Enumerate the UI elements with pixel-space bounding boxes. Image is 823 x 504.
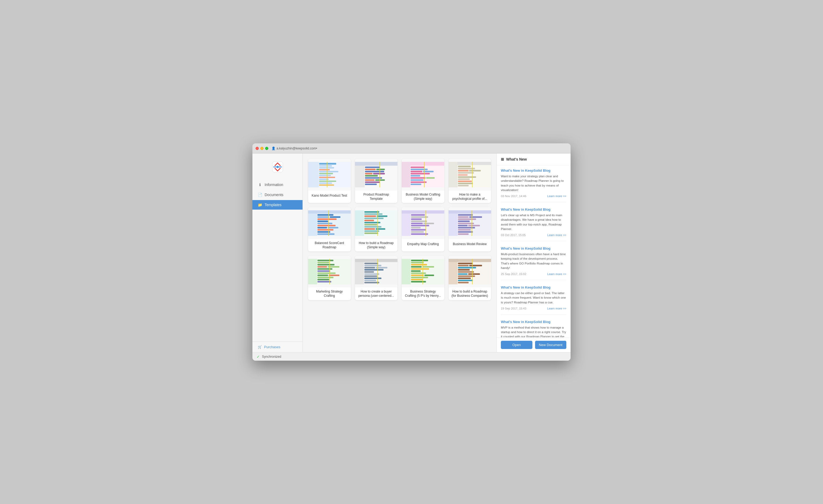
news-date-2: 03 Oct 2017, 15:05 xyxy=(501,233,526,237)
svg-rect-130 xyxy=(317,262,329,263)
svg-rect-70 xyxy=(317,219,336,220)
svg-rect-47 xyxy=(411,184,421,185)
news-footer-4: 19 Sep 2017, 15:43 Learn more >> xyxy=(501,307,566,310)
svg-rect-60 xyxy=(458,181,472,182)
template-card-4[interactable]: How to make a psychological profile of..… xyxy=(449,159,491,203)
news-footer-2: 03 Oct 2017, 15:05 Learn more >> xyxy=(501,233,566,237)
svg-rect-74 xyxy=(317,227,327,229)
news-title-1[interactable]: What's New in KeepSolid Blog xyxy=(501,169,566,173)
template-card-6[interactable]: How to build a Roadmap (Simple way) xyxy=(355,207,398,251)
svg-rect-137 xyxy=(317,275,328,276)
svg-rect-52 xyxy=(458,166,471,167)
sidebar-item-information[interactable]: ℹ Information xyxy=(253,180,303,190)
svg-rect-179 xyxy=(469,265,482,267)
svg-rect-94 xyxy=(364,232,378,234)
user-email: a.kalyuzhin@keepsolid.com• xyxy=(277,147,317,150)
purchases-label: Purchases xyxy=(264,345,280,349)
template-card-2[interactable]: Product Roadmap Template xyxy=(355,159,398,203)
svg-rect-82 xyxy=(364,211,379,213)
svg-rect-116 xyxy=(469,217,482,218)
svg-rect-44 xyxy=(426,177,435,179)
new-document-button[interactable]: New Document xyxy=(535,341,566,349)
open-button[interactable]: Open xyxy=(501,341,532,349)
template-card-12[interactable]: How to build a Roadmap (for Business Com… xyxy=(449,256,491,300)
svg-rect-132 xyxy=(317,266,327,268)
svg-rect-115 xyxy=(458,217,469,218)
right-panel-footer: Open New Document xyxy=(497,337,570,352)
svg-rect-36 xyxy=(402,162,410,187)
svg-rect-171 xyxy=(411,279,423,281)
template-card-9[interactable]: Marketing Strategy Crafting xyxy=(308,256,351,300)
svg-rect-113 xyxy=(449,210,491,214)
svg-rect-42 xyxy=(411,175,420,177)
svg-rect-68 xyxy=(317,217,329,218)
svg-rect-161 xyxy=(411,262,424,263)
svg-rect-154 xyxy=(364,278,381,279)
svg-rect-119 xyxy=(458,223,474,224)
svg-rect-5 xyxy=(319,163,336,165)
news-title-2[interactable]: What's New in KeepSolid Blog xyxy=(501,208,566,212)
news-item-5: What's New in KeepSolid Blog MVP is a me… xyxy=(501,320,566,337)
svg-rect-38 xyxy=(411,169,428,170)
svg-rect-165 xyxy=(411,268,429,270)
svg-rect-98 xyxy=(402,210,444,214)
news-text-1: Want to make your strategy plan clear an… xyxy=(501,174,566,192)
template-card-8[interactable]: Business Model Review xyxy=(449,207,491,251)
svg-rect-134 xyxy=(317,268,332,270)
svg-rect-73 xyxy=(317,225,335,227)
sidebar-item-templates[interactable]: 📁 Templates xyxy=(253,200,303,210)
svg-point-2 xyxy=(277,166,279,168)
svg-rect-153 xyxy=(364,276,377,277)
news-link-3[interactable]: Learn more >> xyxy=(547,272,566,276)
svg-rect-37 xyxy=(411,167,425,168)
news-date-1: 03 Nov 2017, 14:46 xyxy=(501,195,526,198)
close-button[interactable] xyxy=(256,147,259,150)
template-card-10[interactable]: How to create a buyer persona (user-cent… xyxy=(355,256,398,300)
template-preview-9 xyxy=(308,256,351,287)
template-card-1[interactable]: Kano Model Product Test xyxy=(308,159,351,203)
template-card-3[interactable]: Business Model Crafting (Simple way) xyxy=(402,159,444,203)
news-link-1[interactable]: Learn more >> xyxy=(547,195,566,198)
maximize-button[interactable] xyxy=(265,147,268,150)
svg-rect-10 xyxy=(319,173,333,174)
svg-rect-120 xyxy=(458,225,467,227)
template-card-7[interactable]: Empathy Map Crafting xyxy=(402,207,444,251)
template-label-12: How to build a Roadmap (for Business Com… xyxy=(449,287,491,300)
svg-rect-59 xyxy=(458,178,470,180)
purchases-icon: 🛒 xyxy=(258,345,262,349)
svg-rect-168 xyxy=(411,275,424,276)
template-card-5[interactable]: Balanced ScoreCard Roadmap xyxy=(308,207,351,251)
template-label-3: Business Model Crafting (Simple way) xyxy=(402,191,444,203)
svg-rect-155 xyxy=(364,280,376,281)
news-title-5[interactable]: What's New in KeepSolid Blog xyxy=(501,320,566,324)
template-card-11[interactable]: Business Strategy Crafting (5 P's by Hen… xyxy=(402,256,444,300)
news-text-3: Multi-product businesses often have a ha… xyxy=(501,252,566,270)
svg-rect-7 xyxy=(319,167,334,169)
template-preview-11 xyxy=(402,256,444,287)
svg-rect-76 xyxy=(317,229,333,231)
minimize-button[interactable] xyxy=(261,147,264,150)
news-title-3[interactable]: What's New in KeepSolid Blog xyxy=(501,246,566,250)
app-logo xyxy=(271,160,284,174)
svg-rect-124 xyxy=(458,231,473,233)
purchases-button[interactable]: 🛒 Purchases xyxy=(258,345,297,349)
sidebar-bottom: 🛒 Purchases xyxy=(253,341,303,352)
template-label-10: How to create a buyer persona (user-cent… xyxy=(355,287,398,300)
logo-area xyxy=(253,158,303,180)
sidebar-item-documents[interactable]: 📄 Documents xyxy=(253,190,303,200)
svg-rect-108 xyxy=(411,231,424,233)
news-link-2[interactable]: Learn more >> xyxy=(547,233,566,237)
templates-icon: 📁 xyxy=(258,203,262,207)
svg-rect-110 xyxy=(426,210,426,236)
svg-rect-72 xyxy=(317,223,332,224)
news-title-4[interactable]: What's New in KeepSolid Blog xyxy=(501,285,566,289)
svg-rect-56 xyxy=(458,172,474,174)
svg-rect-84 xyxy=(364,215,376,217)
svg-rect-63 xyxy=(472,162,473,187)
svg-rect-102 xyxy=(411,221,427,222)
svg-rect-89 xyxy=(364,224,377,226)
svg-rect-65 xyxy=(308,210,317,236)
template-preview-12 xyxy=(449,256,491,287)
news-link-4[interactable]: Learn more >> xyxy=(547,307,566,310)
news-item-3: What's New in KeepSolid Blog Multi-produ… xyxy=(501,246,566,280)
